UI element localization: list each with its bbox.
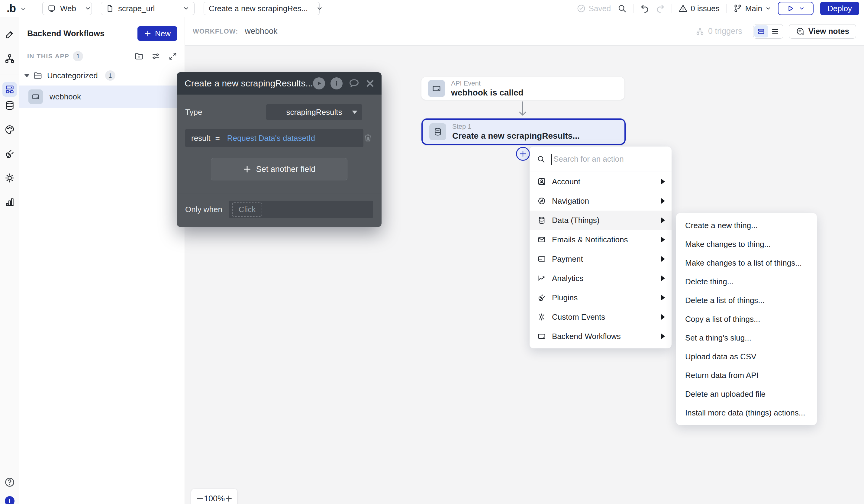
add-folder-icon[interactable] [134,52,144,61]
set-another-field-button[interactable]: Set another field [211,158,347,180]
field-assignment-row[interactable]: result = Request Data's datasetId [185,129,363,147]
folder-uncategorized[interactable]: Uncategorized 1 [24,70,177,81]
submenu-item[interactable]: Make changes to a list of things... [676,253,817,272]
menu-item-payment[interactable]: Payment [530,249,672,268]
zoom-out-button[interactable] [196,495,204,503]
file-icon [106,4,114,12]
plug-icon [538,293,546,302]
type-label: Type [185,108,202,117]
type-select-value: scrapingResults [286,108,342,117]
branch-selector[interactable]: Main [733,4,771,13]
chevron-right-icon [661,295,665,300]
chevron-down-icon [316,5,323,12]
list-icon [771,27,779,35]
zoom-in-button[interactable] [225,495,232,503]
workflow-name: webhook [245,27,277,36]
close-icon[interactable] [365,79,375,88]
menu-item-custom-events[interactable]: Custom Events [530,307,672,327]
dialog-header[interactable]: Create a new scrapingResults... [177,72,382,95]
info-icon[interactable] [331,77,343,89]
page-select[interactable]: scrape_url [101,2,194,15]
deploy-button[interactable]: Deploy [820,2,859,15]
pages-sitemap-icon[interactable] [0,50,19,68]
card-view-toggle[interactable] [754,25,768,37]
preview-button[interactable] [778,2,814,15]
credit-card-icon [538,255,546,263]
submenu-item[interactable]: Delete thing... [676,272,817,291]
settings-gear-icon[interactable] [0,169,19,187]
menu-item-label: Emails & Notifications [552,235,628,244]
filter-sliders-icon[interactable] [151,52,160,61]
field-expression[interactable]: Request Data's datasetId [227,134,315,143]
menu-item-analytics[interactable]: Analytics [530,268,672,288]
condition-input[interactable]: Click [229,201,373,218]
menu-item-plugins[interactable]: Plugins [530,288,672,307]
search-icon [537,155,545,164]
workflow-select-value: Create a new scrapingRes... [209,4,308,13]
workflow-item-label: webhook [50,92,81,101]
backend-workflows-panel: Backend Workflows New IN THIS APP 1 [19,17,185,504]
menu-item-data-things[interactable]: Data (Things) [530,211,672,230]
submenu-item[interactable]: Return data from API [676,366,817,385]
add-step-button[interactable] [516,147,530,161]
node-title: Create a new scrapingResults... [452,131,580,141]
menu-item-label: Analytics [552,274,583,283]
run-step-icon[interactable] [313,77,325,89]
issues-count: 0 issues [691,4,719,13]
action-menu: Search for an action Account Navigation … [530,146,672,348]
undo-icon[interactable] [640,4,649,13]
submenu-item[interactable]: Install more data (things) actions... [676,404,817,422]
submenu-item[interactable]: Make changes to thing... [676,235,817,253]
list-view-toggle[interactable] [768,25,782,37]
type-select[interactable]: scrapingResults [266,104,362,120]
comment-icon[interactable] [348,77,360,89]
workflow-select[interactable]: Create a new scrapingRes... [204,2,320,15]
submenu-item[interactable]: Copy a list of things... [676,310,817,328]
action-search-input[interactable]: Search for an action [530,146,672,172]
menu-item-account[interactable]: Account [530,172,672,191]
search-icon[interactable] [617,4,626,13]
new-workflow-button[interactable]: New [137,26,177,41]
trash-icon[interactable] [363,133,372,142]
workflow-label: WORKFLOW: [193,27,238,35]
expand-icon[interactable] [168,52,177,61]
top-toolbar: .b Web scrape_url Create a new [0,0,864,17]
submenu-item[interactable]: Set a thing's slug... [676,328,817,347]
logs-chart-icon[interactable] [0,193,19,211]
set-another-field-label: Set another field [256,165,316,174]
submenu-item[interactable]: Delete a list of things... [676,291,817,310]
menu-item-label: Account [552,177,580,187]
workflow-list-item-selected[interactable]: webhook [19,85,184,108]
search-placeholder: Search for an action [553,154,624,164]
logo-chevron-down-icon[interactable] [20,6,27,12]
monitor-icon [47,4,56,13]
api-event-node[interactable]: API Event webhook is called [421,77,624,100]
design-pencil-icon[interactable] [0,26,19,43]
bubble-logo[interactable]: .b [7,2,16,15]
plugins-plug-icon[interactable] [0,145,19,163]
styles-palette-icon[interactable] [0,121,19,139]
panel-title: Backend Workflows [27,29,105,38]
menu-item-backend-workflows[interactable]: Backend Workflows [530,327,672,346]
submenu-item[interactable]: Create a new thing... [676,216,817,235]
triggers-org-icon [695,27,705,36]
menu-item-emails[interactable]: Emails & Notifications [530,230,672,249]
step1-node-selected[interactable]: Step 1 Create a new scrapingResults... [421,118,626,145]
platform-select[interactable]: Web [42,2,92,15]
check-circle-icon [577,4,586,13]
zoom-level: 100% [204,494,225,503]
chat-widget-icon[interactable] [5,496,14,504]
caret-down-icon[interactable] [24,74,29,77]
submenu-item[interactable]: Delete an uploaded file [676,385,817,404]
menu-item-navigation[interactable]: Navigation [530,191,672,211]
submenu-item[interactable]: Upload data as CSV [676,347,817,366]
help-icon[interactable] [4,477,15,488]
issues-indicator[interactable]: 0 issues [679,4,719,13]
data-database-icon[interactable] [0,97,19,114]
data-things-submenu: Create a new thing... Make changes to th… [676,213,817,425]
workflows-tab-active[interactable] [2,82,17,97]
redo-icon[interactable] [656,4,665,13]
menu-item-label: Backend Workflows [552,332,621,341]
view-notes-button[interactable]: View notes [789,24,856,39]
database-icon [538,216,546,225]
